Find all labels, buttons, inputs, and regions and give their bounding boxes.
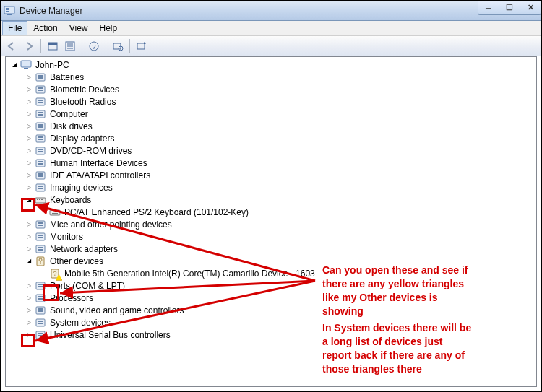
app-icon [4, 5, 15, 17]
tree-category[interactable]: ▷Ports (COM & LPT) [6, 279, 536, 292]
tree-root[interactable]: ◢ John-PC [6, 58, 536, 71]
svg-rect-44 [38, 175, 43, 177]
expand-toggle[interactable]: ▷ [23, 133, 35, 144]
tree-category[interactable]: ▷IDE ATA/ATAPI controllers [6, 169, 536, 181]
expand-toggle[interactable]: ▷ [23, 182, 35, 193]
forward-button[interactable] [21, 38, 37, 54]
svg-rect-23 [38, 90, 43, 91]
svg-rect-16 [21, 61, 31, 67]
category-icon [35, 133, 46, 144]
window-title: Device Manager [20, 6, 82, 16]
category-icon [35, 231, 46, 243]
tree-category[interactable]: ▷Bluetooth Radios [6, 95, 536, 108]
scan-button[interactable] [110, 38, 126, 54]
titlebar: Device Manager ─ ☐ ✕ [1, 1, 541, 21]
expand-toggle[interactable]: ◢ [23, 256, 35, 267]
tree-category-label: Human Interface Devices [48, 157, 149, 169]
other-devices-icon [35, 256, 46, 267]
category-icon [35, 157, 46, 169]
expand-toggle[interactable]: ▷ [23, 280, 35, 292]
maximize-button[interactable]: ☐ [499, 1, 520, 15]
expand-toggle[interactable]: ◢ [9, 59, 20, 71]
svg-rect-54 [52, 213, 58, 214]
svg-rect-17 [24, 68, 28, 69]
svg-rect-80 [38, 323, 43, 324]
svg-rect-46 [38, 186, 43, 187]
device-tree-panel[interactable]: ◢ John-PC ▷Batteries▷Biometric Devices▷B… [5, 56, 537, 387]
tree-category[interactable]: ▷Batteries [6, 71, 536, 83]
show-hidden-button[interactable] [45, 38, 61, 54]
svg-rect-1 [7, 14, 12, 15]
menu-view[interactable]: View [64, 21, 94, 35]
tree-category-other-devices[interactable]: ◢ Other devices [6, 255, 536, 267]
help-button[interactable]: ? [86, 38, 102, 54]
svg-rect-56 [38, 222, 43, 224]
menu-action[interactable]: Action [27, 21, 63, 35]
svg-rect-41 [38, 163, 43, 165]
menu-file[interactable]: File [2, 21, 27, 35]
menu-help[interactable]: Help [94, 21, 124, 35]
svg-rect-52 [38, 201, 43, 201]
expand-toggle[interactable]: ▷ [23, 305, 35, 316]
expand-toggle[interactable]: ▷ [23, 157, 35, 169]
svg-rect-63 [38, 249, 43, 251]
svg-rect-50 [39, 199, 40, 200]
tree-category[interactable]: ▷DVD/CD-ROM drives [6, 144, 536, 157]
expand-toggle[interactable]: ▷ [23, 84, 35, 95]
tree-category[interactable]: ▷System devices [6, 316, 536, 328]
tree-category[interactable]: ▷Computer [6, 108, 536, 120]
svg-rect-73 [38, 296, 43, 297]
svg-rect-29 [38, 114, 43, 116]
expand-toggle[interactable]: ▷ [23, 108, 35, 120]
toolbar-separator [106, 39, 106, 53]
expand-toggle[interactable]: ▷ [23, 71, 35, 83]
expand-toggle[interactable]: ▷ [23, 96, 35, 108]
tree-device-unknown[interactable]: ? Mobile 5th Generation Intel(R) Core(TM… [6, 267, 536, 279]
tree-category[interactable]: ▷Sound, video and game controllers [6, 304, 536, 316]
expand-toggle[interactable]: ◢ [23, 194, 35, 206]
tree-category[interactable]: ▷Biometric Devices [6, 83, 536, 95]
expand-toggle[interactable]: ▷ [23, 329, 35, 341]
update-driver-button[interactable] [134, 38, 150, 54]
tree-device-keyboard[interactable]: PC/AT Enhanced PS/2 Keyboard (101/102-Ke… [6, 206, 536, 218]
tree-category-label: Universal Serial Bus controllers [48, 329, 172, 341]
minimize-button[interactable]: ─ [478, 1, 499, 15]
expand-toggle[interactable]: ▷ [23, 170, 35, 181]
svg-rect-25 [38, 100, 43, 101]
tree-category[interactable]: ▷Disk drives [6, 120, 536, 132]
tree-category[interactable]: ▷Processors [6, 292, 536, 304]
category-icon [35, 170, 46, 181]
expand-toggle[interactable]: ▷ [23, 145, 35, 157]
window-controls: ─ ☐ ✕ [478, 1, 541, 15]
tree-category-label: Keyboards [48, 194, 93, 206]
properties-button[interactable] [62, 38, 78, 54]
computer-icon [20, 59, 32, 71]
tree-category-label: Imaging devices [48, 182, 114, 193]
tree-category[interactable]: ▷Display adapters [6, 132, 536, 144]
category-icon [35, 329, 46, 341]
svg-rect-48 [35, 198, 46, 203]
category-icon [35, 219, 46, 230]
keyboard-icon [35, 194, 46, 206]
tree-category[interactable]: ▷Imaging devices [6, 181, 536, 193]
expand-toggle[interactable]: ▷ [23, 219, 35, 230]
category-icon [35, 182, 46, 193]
tree-category[interactable]: ▷Universal Serial Bus controllers [6, 328, 536, 341]
svg-rect-77 [38, 310, 43, 312]
tree-category-keyboards[interactable]: ◢ Keyboards [6, 193, 536, 206]
expand-toggle[interactable]: ▷ [23, 243, 35, 255]
svg-rect-32 [38, 126, 43, 128]
expand-toggle[interactable]: ▷ [23, 231, 35, 243]
svg-text:?: ? [53, 270, 56, 277]
tree-category[interactable]: ▷Network adapters [6, 243, 536, 255]
tree-category-label: Batteries [48, 71, 85, 83]
close-button[interactable]: ✕ [520, 1, 541, 15]
svg-rect-4 [6, 11, 9, 12]
expand-toggle[interactable]: ▷ [23, 317, 35, 328]
back-button[interactable] [4, 38, 20, 54]
expand-toggle[interactable]: ▷ [23, 121, 35, 132]
tree-category[interactable]: ▷Monitors [6, 230, 536, 243]
tree-category[interactable]: ▷Human Interface Devices [6, 157, 536, 169]
expand-toggle[interactable]: ▷ [23, 292, 35, 304]
tree-category[interactable]: ▷Mice and other pointing devices [6, 218, 536, 230]
